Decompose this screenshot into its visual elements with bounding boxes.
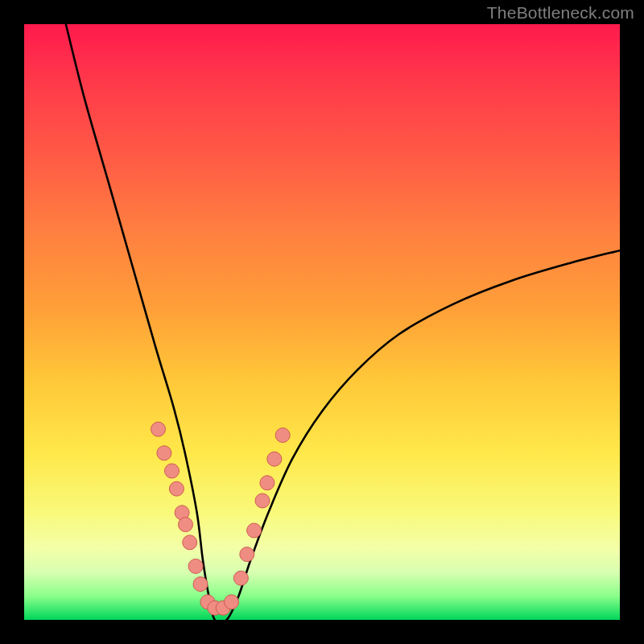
scatter-dot: [193, 577, 208, 592]
scatter-dot: [233, 571, 248, 585]
scatter-layer: [151, 422, 291, 615]
scatter-dot: [225, 595, 239, 609]
curve-layer: [66, 24, 620, 620]
scatter-dot: [179, 518, 193, 532]
scatter-dot: [240, 547, 254, 562]
scatter-dot: [247, 523, 262, 538]
scatter-dot: [157, 446, 171, 460]
plot-area: [24, 24, 620, 620]
scatter-dot: [255, 493, 270, 508]
watermark-text: TheBottleneck.com: [487, 3, 634, 23]
scatter-dot: [188, 559, 203, 573]
scatter-dot: [169, 481, 184, 496]
outer-frame: TheBottleneck.com: [0, 0, 644, 644]
scatter-dot: [267, 452, 282, 466]
scatter-dot: [275, 428, 290, 443]
scatter-dot: [260, 476, 275, 490]
bottleneck-curve: [66, 24, 620, 620]
chart-svg: [24, 24, 620, 620]
scatter-dot: [183, 535, 197, 550]
scatter-dot: [151, 422, 166, 436]
scatter-dot: [165, 464, 180, 478]
